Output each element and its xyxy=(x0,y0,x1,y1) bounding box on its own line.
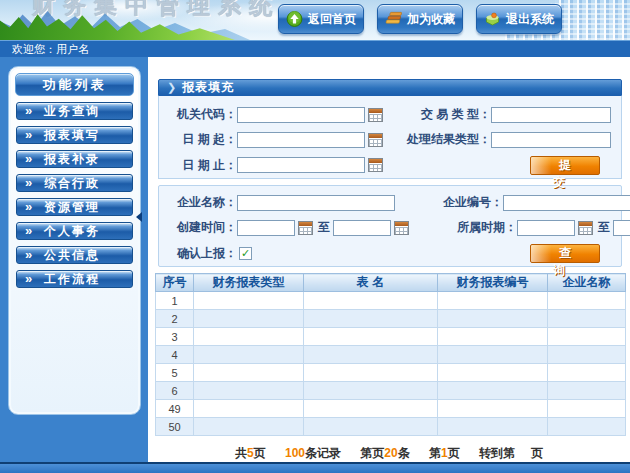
double-chevron-icon: » xyxy=(17,200,32,215)
create-time-from-input[interactable] xyxy=(237,220,295,236)
cell xyxy=(304,364,438,382)
main-content: ❯ 报表填充 机关代码： 交 易 类 型： 日 期 起： 处理结果类型： xyxy=(148,57,630,462)
cell xyxy=(304,400,438,418)
form-row: 日 期 起： 处理结果类型： xyxy=(159,127,621,152)
form-row: 机关代码： 交 易 类 型： xyxy=(159,102,621,127)
goto-page: 转到第页 xyxy=(479,446,543,460)
calendar-picker-icon[interactable] xyxy=(394,221,409,235)
per-page-count: 第页20条 xyxy=(360,446,409,460)
add-favorite-button[interactable]: 加为收藏 xyxy=(377,4,463,34)
header-report-type: 财务报表类型 xyxy=(194,274,304,292)
cell xyxy=(548,346,626,364)
calendar-picker-icon[interactable] xyxy=(368,158,383,172)
table-row[interactable]: 4 xyxy=(156,346,626,364)
sidebar-area: 功能列表 » 业务查询 » 报表填写 » 报表补录 » 综合行政 xyxy=(0,57,148,462)
period-to-input[interactable] xyxy=(613,220,630,236)
welcome-text: 欢迎您：用户名 xyxy=(12,43,89,55)
table-row[interactable]: 1 xyxy=(156,292,626,310)
submit-button[interactable]: 提 交 xyxy=(530,156,600,175)
to-label: 至 xyxy=(598,219,610,236)
sidebar-item-report-supplement[interactable]: » 报表补录 xyxy=(16,150,133,168)
double-chevron-icon: » xyxy=(17,176,32,191)
form-row: 创建时间： 至 所属时期： 至 xyxy=(159,215,621,240)
table-row[interactable]: 2 xyxy=(156,310,626,328)
result-type-input[interactable] xyxy=(491,132,611,148)
favorite-books-icon xyxy=(385,11,402,27)
sidebar-item-personal[interactable]: » 个人事务 xyxy=(16,222,133,240)
date-from-label: 日 期 起： xyxy=(159,131,237,148)
query-button[interactable]: 查 询 xyxy=(530,244,600,263)
cell xyxy=(438,382,548,400)
body-row: 功能列表 » 业务查询 » 报表填写 » 报表补录 » 综合行政 xyxy=(0,57,630,462)
chevron-right-icon: ❯ xyxy=(167,81,177,94)
sidebar-item-resource[interactable]: » 资源管理 xyxy=(16,198,133,216)
current-page: 第1页 xyxy=(429,446,460,460)
cell xyxy=(548,418,626,436)
application-window: 财务集中管理系统 返回首页 加为收藏 退出系统 xyxy=(0,0,630,473)
confirm-report-label: 确认上报： xyxy=(159,245,237,262)
cell xyxy=(194,400,304,418)
enterprise-name-input[interactable] xyxy=(237,195,395,211)
sidebar-item-report-fill[interactable]: » 报表填写 xyxy=(16,126,133,144)
table-row[interactable]: 49 xyxy=(156,400,626,418)
table-row[interactable]: 3 xyxy=(156,328,626,346)
cell xyxy=(304,328,438,346)
cell xyxy=(194,292,304,310)
sidebar-item-business-query[interactable]: » 业务查询 xyxy=(16,102,133,120)
exit-system-button[interactable]: 退出系统 xyxy=(476,4,562,34)
calendar-picker-icon[interactable] xyxy=(368,108,383,122)
calendar-picker-icon[interactable] xyxy=(368,133,383,147)
table-row[interactable]: 50 xyxy=(156,418,626,436)
sidebar-panel: 功能列表 » 业务查询 » 报表填写 » 报表补录 » 综合行政 xyxy=(8,66,141,415)
total-pages: 共5页 xyxy=(235,446,266,460)
confirm-report-checkbox[interactable] xyxy=(239,247,252,260)
footer-strip xyxy=(0,462,630,473)
trade-type-input[interactable] xyxy=(491,107,611,123)
search-form-upper: 机关代码： 交 易 类 型： 日 期 起： 处理结果类型： 日 期 止： xyxy=(158,96,622,179)
return-home-button[interactable]: 返回首页 xyxy=(278,4,364,34)
double-chevron-icon: » xyxy=(17,104,32,119)
table-row[interactable]: 6 xyxy=(156,382,626,400)
to-label: 至 xyxy=(318,219,330,236)
sidebar-collapse-arrow[interactable] xyxy=(136,212,142,222)
cell xyxy=(438,328,548,346)
section-header-report-fill: ❯ 报表填充 xyxy=(158,79,622,96)
cell xyxy=(304,346,438,364)
sidebar-header: 功能列表 xyxy=(15,73,134,96)
home-up-arrow-icon xyxy=(286,11,303,27)
calendar-picker-icon[interactable] xyxy=(578,221,593,235)
create-time-label: 创建时间： xyxy=(159,219,237,236)
cell xyxy=(548,292,626,310)
sidebar-item-workflow[interactable]: » 工作流程 xyxy=(16,270,133,288)
table-row[interactable]: 5 xyxy=(156,364,626,382)
trade-type-label: 交 易 类 型： xyxy=(383,106,491,123)
result-type-label: 处理结果类型： xyxy=(383,131,491,148)
sidebar-item-admin[interactable]: » 综合行政 xyxy=(16,174,133,192)
cell xyxy=(194,328,304,346)
date-from-input[interactable] xyxy=(237,132,365,148)
cell xyxy=(194,418,304,436)
create-time-to-input[interactable] xyxy=(333,220,391,236)
date-to-input[interactable] xyxy=(237,157,365,173)
top-banner: 财务集中管理系统 返回首页 加为收藏 退出系统 xyxy=(0,0,630,40)
enterprise-no-label: 企业编号： xyxy=(395,194,503,211)
cell xyxy=(548,310,626,328)
date-to-label: 日 期 止： xyxy=(159,157,237,174)
calendar-picker-icon[interactable] xyxy=(298,221,313,235)
org-code-input[interactable] xyxy=(237,107,365,123)
org-code-label: 机关代码： xyxy=(159,106,237,123)
cell-seq: 2 xyxy=(156,310,194,328)
sidebar-item-public-info[interactable]: » 公共信息 xyxy=(16,246,133,264)
header-seq-no: 序号 xyxy=(156,274,194,292)
exit-system-label: 退出系统 xyxy=(506,11,554,28)
top-button-bar: 返回首页 加为收藏 退出系统 xyxy=(278,4,562,34)
period-from-input[interactable] xyxy=(517,220,575,236)
cell xyxy=(304,292,438,310)
cell xyxy=(548,382,626,400)
cell xyxy=(438,418,548,436)
header-table-name: 表 名 xyxy=(304,274,438,292)
cell xyxy=(304,310,438,328)
add-favorite-label: 加为收藏 xyxy=(407,11,455,28)
cell xyxy=(438,400,548,418)
enterprise-no-input[interactable] xyxy=(503,195,630,211)
